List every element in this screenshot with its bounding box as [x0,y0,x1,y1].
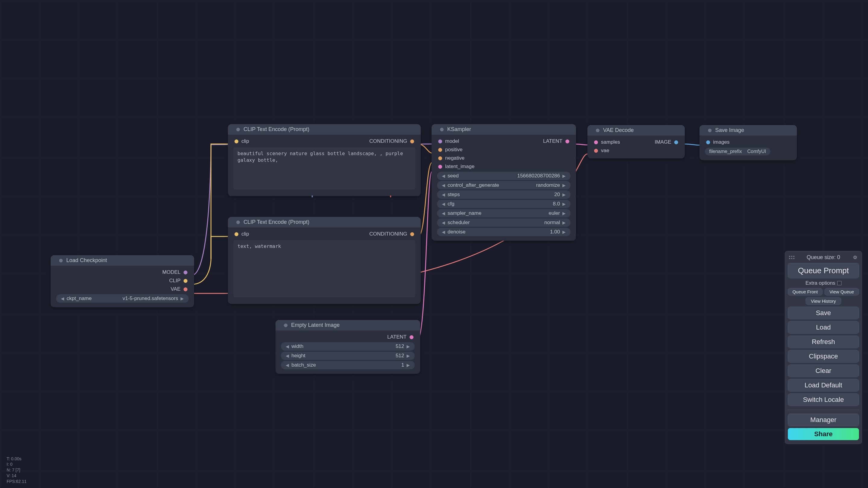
manager-button[interactable]: Manager [788,414,859,426]
param-value: 156680208700286 [515,173,562,179]
queue-front-button[interactable]: Queue Front [788,288,823,295]
ckpt-name-selector[interactable]: ◀ ckpt_name v1-5-pruned.safetensors ▶ [56,294,189,303]
node-vae-decode[interactable]: VAE Decode samples IMAGE vae [587,125,685,158]
chevron-left-icon[interactable]: ◀ [442,220,445,225]
latent-input-socket[interactable] [438,165,442,169]
chevron-right-icon[interactable]: ▶ [562,183,566,188]
chevron-right-icon[interactable]: ▶ [562,192,566,197]
chevron-right-icon[interactable]: ▶ [407,344,410,349]
param-denoise[interactable]: ◀denoise1.00▶ [437,228,570,236]
chevron-left-icon[interactable]: ◀ [442,173,445,178]
collapse-dot-icon[interactable] [596,129,599,132]
chevron-left-icon[interactable]: ◀ [286,353,289,358]
collapse-dot-icon[interactable] [236,128,240,131]
conditioning-output-socket[interactable] [410,139,414,143]
load-button[interactable]: Load [788,321,859,334]
filename-prefix-input[interactable]: filename_prefix ComfyUI [705,148,770,156]
node-header[interactable]: Load Checkpoint [51,255,194,266]
collapse-dot-icon[interactable] [236,221,240,224]
param-batch_size[interactable]: ◀batch_size1▶ [281,361,415,369]
chevron-left-icon[interactable]: ◀ [286,363,289,367]
collapse-dot-icon[interactable] [708,129,712,132]
node-empty-latent-image[interactable]: Empty Latent Image LATENT ◀width512▶◀hei… [276,320,420,374]
gear-icon[interactable]: ⚙ [852,255,858,260]
prompt-text-input[interactable]: text, watermark [233,240,415,297]
latent-output-socket[interactable] [410,335,413,339]
param-seed[interactable]: ◀seed156680208700286▶ [437,172,570,180]
chevron-left-icon[interactable]: ◀ [442,230,445,234]
prompt-text-input[interactable]: beautiful scenery nature glass bottle la… [233,147,415,190]
conditioning-output-socket[interactable] [410,232,414,236]
resize-handle[interactable] [390,195,391,197]
param-sampler_name[interactable]: ◀sampler_nameeuler▶ [437,209,570,218]
node-save-image[interactable]: Save Image images filename_prefix ComfyU… [700,125,797,160]
collapse-dot-icon[interactable] [440,128,444,131]
chevron-left-icon[interactable]: ◀ [442,192,445,197]
node-header[interactable]: KSampler [432,124,576,135]
chevron-right-icon[interactable]: ▶ [407,353,410,358]
samples-input-socket[interactable] [594,140,598,144]
switch-locale-button[interactable]: Switch Locale [788,393,859,406]
graph-canvas[interactable] [0,0,868,488]
chevron-right-icon[interactable]: ▶ [181,296,184,301]
control-panel[interactable]: Queue size: 0 ⚙ Queue Prompt Extra optio… [785,251,862,444]
clip-output-socket[interactable] [184,279,187,283]
refresh-button[interactable]: Refresh [788,335,859,348]
vae-output-socket[interactable] [184,287,187,291]
resize-handle[interactable] [312,195,313,197]
node-header[interactable]: CLIP Text Encode (Prompt) [228,124,421,135]
chevron-left-icon[interactable]: ◀ [61,296,64,301]
stat-iterations: I: 0 [7,461,27,467]
load-default-button[interactable]: Load Default [788,379,859,392]
param-control_after_generate[interactable]: ◀control_after_generaterandomize▶ [437,181,570,190]
extra-options-toggle[interactable]: Extra options [788,280,859,286]
view-queue-button[interactable]: View Queue [825,288,859,295]
checkbox-icon[interactable] [837,281,841,285]
image-output-socket[interactable] [674,140,678,144]
param-cfg[interactable]: ◀cfg8.0▶ [437,200,570,208]
chevron-left-icon[interactable]: ◀ [286,344,289,349]
node-header[interactable]: VAE Decode [587,125,685,135]
param-value: 1.00 [548,229,562,235]
param-width[interactable]: ◀width512▶ [281,342,415,351]
chevron-right-icon[interactable]: ▶ [562,220,566,225]
drag-handle-icon[interactable] [789,256,795,259]
chevron-right-icon[interactable]: ▶ [562,201,566,206]
clip-input-socket[interactable] [235,139,239,143]
node-clip-text-encode-positive[interactable]: CLIP Text Encode (Prompt) clip CONDITION… [228,124,421,196]
chevron-left-icon[interactable]: ◀ [442,201,445,206]
prompt-text: beautiful scenery nature glass bottle la… [238,151,403,163]
collapse-dot-icon[interactable] [284,324,287,327]
images-input-socket[interactable] [706,140,710,144]
clip-input-socket[interactable] [235,232,239,236]
chevron-right-icon[interactable]: ▶ [562,230,566,234]
chevron-left-icon[interactable]: ◀ [442,183,445,188]
param-steps[interactable]: ◀steps20▶ [437,190,570,199]
param-name: sampler_name [445,210,546,216]
vae-input-socket[interactable] [594,149,598,153]
node-header[interactable]: Empty Latent Image [276,320,420,330]
node-ksampler[interactable]: KSampler model LATENT positive negative … [432,124,576,241]
node-header[interactable]: CLIP Text Encode (Prompt) [228,217,421,227]
queue-prompt-button[interactable]: Queue Prompt [788,263,859,278]
node-load-checkpoint[interactable]: Load Checkpoint MODEL CLIP VAE ◀ ckpt_na… [51,255,194,307]
model-input-socket[interactable] [438,139,442,143]
chevron-right-icon[interactable]: ▶ [562,173,566,178]
clear-button[interactable]: Clear [788,364,859,377]
param-height[interactable]: ◀height512▶ [281,352,415,360]
collapse-dot-icon[interactable] [59,259,63,262]
clipspace-button[interactable]: Clipspace [788,350,859,363]
negative-input-socket[interactable] [438,156,442,160]
save-button[interactable]: Save [788,307,859,319]
chevron-right-icon[interactable]: ▶ [407,363,410,367]
chevron-right-icon[interactable]: ▶ [562,211,566,216]
chevron-left-icon[interactable]: ◀ [442,211,445,216]
param-scheduler[interactable]: ◀schedulernormal▶ [437,218,570,227]
model-output-socket[interactable] [184,270,187,274]
positive-input-socket[interactable] [438,148,442,152]
node-header[interactable]: Save Image [700,125,797,135]
share-button[interactable]: Share [788,428,859,440]
view-history-button[interactable]: View History [806,297,841,305]
node-clip-text-encode-negative[interactable]: CLIP Text Encode (Prompt) clip CONDITION… [228,217,421,304]
latent-output-socket[interactable] [565,139,569,143]
